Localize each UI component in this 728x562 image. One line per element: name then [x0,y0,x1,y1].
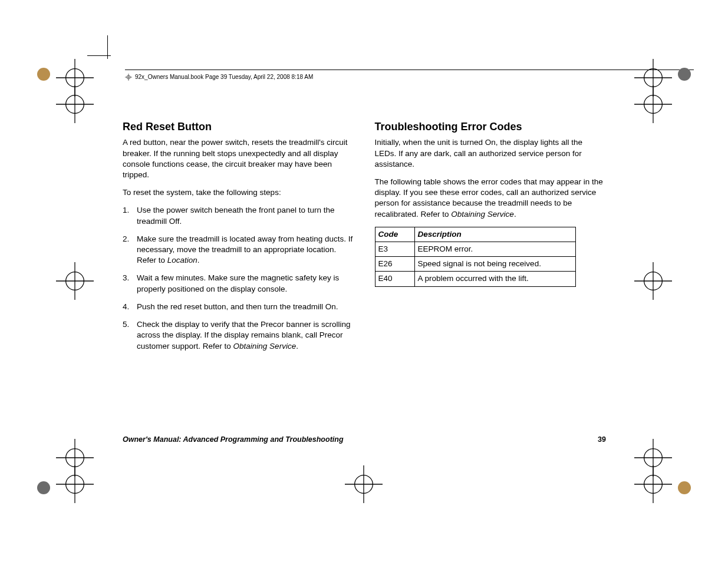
list-item: 2.Make sure the treadmill is located awa… [123,234,354,266]
list-item: 5.Check the display to verify that the P… [123,319,354,352]
table-row: E26 Speed signal is not being received. [375,257,575,272]
header-rule [125,70,694,70]
list-item: 3.Wait a few minutes. Make sure the magn… [123,273,354,294]
header-text: 92x_Owners Manual.book Page 39 Tuesday, … [125,73,313,81]
list-item: 1.Use the power switch beneath the front… [123,205,354,226]
right-p2: The following table shows the error code… [375,177,607,220]
page-content: Red Reset Button A red button, near the … [123,120,606,359]
th-code: Code [375,227,414,242]
colordot-icon [678,68,691,81]
footer: Owner's Manual: Advanced Programming and… [123,435,606,445]
registration-mark-icon [634,439,672,477]
registration-mark-icon [56,262,94,300]
table-row: E3 EEPROM error. [375,242,575,257]
heading-red-reset: Red Reset Button [123,120,354,134]
left-p2: To reset the system, take the following … [123,187,354,198]
page-number: 39 [598,435,606,445]
registration-mark-icon [634,85,672,123]
th-description: Description [414,227,575,242]
left-column: Red Reset Button A red button, near the … [123,120,354,359]
registration-mark-icon [56,439,94,477]
registration-mark-icon [634,262,672,300]
list-item: 4.Push the red reset button, and then tu… [123,302,354,312]
heading-troubleshooting: Troubleshooting Error Codes [375,120,607,134]
right-column: Troubleshooting Error Codes Initially, w… [375,120,607,359]
steps-list: 1.Use the power switch beneath the front… [123,205,354,351]
registration-mark-icon [345,465,383,503]
colordot-icon [37,68,50,81]
header-label: 92x_Owners Manual.book Page 39 Tuesday, … [135,73,313,81]
colordot-icon [37,481,50,494]
error-codes-table: Code Description E3 EEPROM error. E26 Sp… [375,227,576,287]
left-p1: A red button, near the power switch, res… [123,137,354,180]
table-row: E40 A problem occurred with the lift. [375,272,575,286]
colordot-icon [678,481,691,494]
right-p1: Initially, when the unit is turned On, t… [375,137,607,170]
registration-mark-icon [56,85,94,123]
footer-title: Owner's Manual: Advanced Programming and… [123,435,344,445]
table-row: Code Description [375,227,575,242]
